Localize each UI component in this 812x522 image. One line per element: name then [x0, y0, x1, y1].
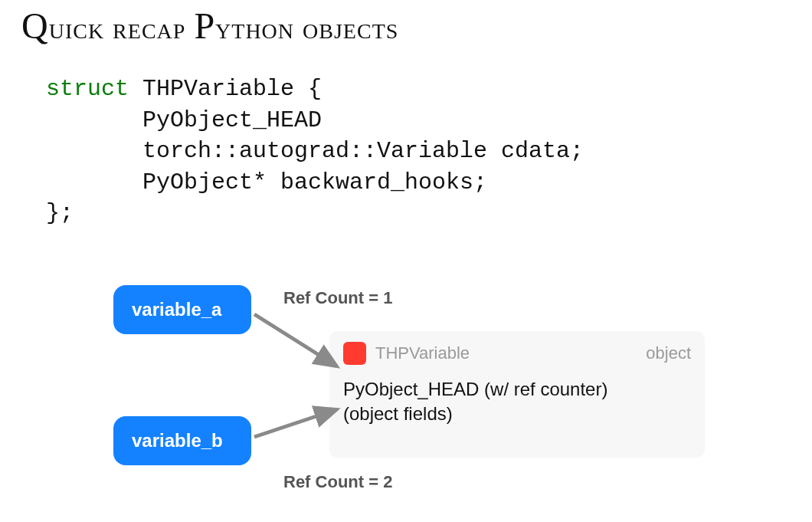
- object-body-line-2: (object fields): [343, 402, 691, 426]
- variable-a-node: variable_a: [113, 285, 251, 334]
- object-card-body: PyObject_HEAD (w/ ref counter) (object f…: [343, 377, 691, 427]
- object-color-icon: [343, 342, 366, 365]
- diagram: variable_a variable_b Ref Count = 1 Ref …: [0, 0, 812, 522]
- variable-a-label: variable_a: [132, 299, 221, 320]
- object-card: THPVariable object PyObject_HEAD (w/ ref…: [329, 331, 705, 458]
- object-body-line-1: PyObject_HEAD (w/ ref counter): [343, 377, 691, 402]
- object-type-name: THPVariable: [375, 343, 470, 363]
- object-card-header: THPVariable object: [343, 342, 691, 365]
- variable-b-label: variable_b: [132, 430, 223, 451]
- arrow-a: [254, 314, 337, 366]
- slide: Quick recap Python objects struct THPVar…: [0, 0, 812, 522]
- ref-count-2-label: Ref Count = 2: [283, 472, 392, 492]
- arrow-b: [254, 409, 337, 437]
- variable-b-node: variable_b: [113, 416, 251, 465]
- object-kind-label: object: [646, 343, 691, 363]
- ref-count-1-label: Ref Count = 1: [283, 288, 392, 308]
